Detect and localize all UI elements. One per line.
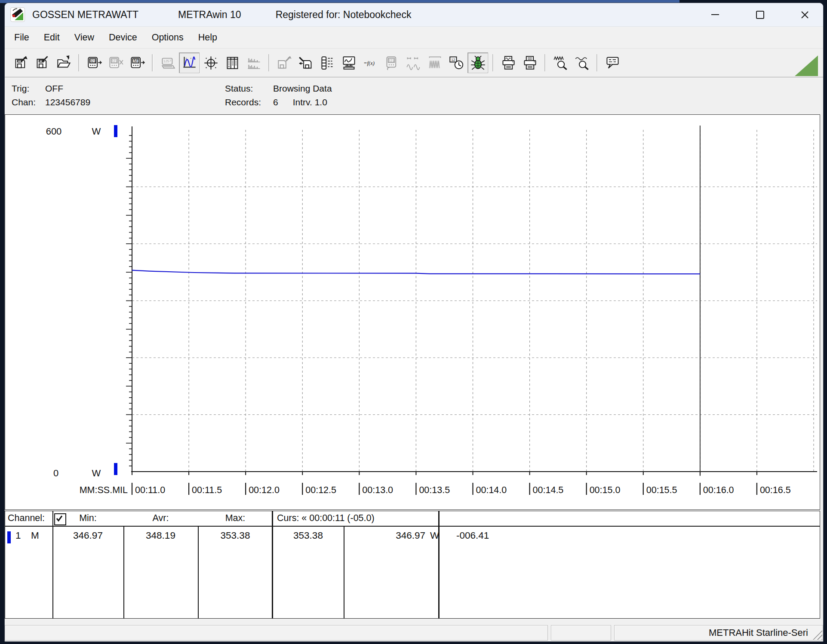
toolbar-button-histogram-view[interactable] [243,52,264,73]
avr-header: Avr: [123,513,198,524]
menu-device[interactable]: Device [101,27,144,48]
histogram-view-icon [246,55,262,71]
svg-text:00:14.5: 00:14.5 [533,485,564,495]
toolbar-button-save-config[interactable] [274,52,295,73]
toolbar-separator [492,54,494,71]
bug-icon [470,55,486,71]
channel-number: 1 [15,530,21,541]
channel-header: Channel: [8,513,45,524]
toolbar-button-open-file[interactable] [53,52,74,73]
trig-value: OFF [45,83,63,93]
toolbar-separator [78,54,80,71]
toolbar-button-zoom-curve-in[interactable] [550,52,571,73]
menu-file[interactable]: File [7,27,37,48]
toolbar-button-save-as[interactable] [32,52,52,73]
wave-record-icon [427,55,443,71]
svg-text:00:15.0: 00:15.0 [590,485,621,495]
title-bar: GOSSEN METRAWATT METRAwin 10 Registered … [5,3,823,27]
channel-table: Channel: Min: Avr: Max: Curs: « 00:00:11… [5,511,820,619]
toolbar-button-live-monitor[interactable] [338,52,359,73]
cursor-live-unit: W [430,530,439,541]
zoom-wave-in-icon [553,55,569,71]
power-chart-canvas[interactable]: 00:11.000:11.500:12.000:12.500:13.000:13… [5,115,820,509]
device-disconnect-icon: 321 [108,55,124,71]
app-logo-icon [10,7,25,22]
toolbar-button-zoom-curve-out[interactable] [572,52,592,73]
menu-bar: File Edit View Device Options Help [5,27,823,49]
minimize-button[interactable] [703,3,728,26]
svg-text:W: W [92,468,101,478]
metrawin-window: GOSSEN METRAWATT METRAwin 10 Registered … [4,3,824,642]
device-read-icon: 321 [86,55,102,71]
zoom-wave-out-icon [574,55,590,71]
toolbar-button-formula[interactable]: =f(x) [360,52,381,73]
menu-edit[interactable]: Edit [37,27,67,48]
cursor-crosshair-icon [203,55,219,71]
avr-value: 348.19 [123,530,198,541]
toolbar-button-numeric-display[interactable]: 1257 [157,52,178,73]
toolbar-button-print-preview[interactable] [498,52,519,73]
svg-text:MM:SS.MIL: MM:SS.MIL [80,485,128,495]
maximize-button[interactable] [747,3,772,26]
time-settings-icon: 12 [449,55,464,71]
toolbar-button-save-export[interactable] [10,52,31,73]
svg-text:00:16.0: 00:16.0 [703,485,734,495]
svg-text:321: 321 [89,58,96,63]
trig-label: Trig: [12,82,45,95]
svg-text:00:11.5: 00:11.5 [192,485,222,495]
toolbar-button-device-disconnect[interactable]: 321 [105,52,126,73]
maximize-icon [756,11,764,19]
toolbar-button-table-view[interactable] [222,52,243,73]
toolbar-button-device-read[interactable]: 321 [84,52,105,73]
cursor-delta-value: -006.41 [456,530,489,541]
numeric-display-icon: 1257 [160,55,176,71]
table-divider [52,511,53,618]
toolbar-separator [596,54,598,71]
save-config-icon [277,55,292,71]
toolbar-button-device-settings[interactable]: 321 [381,52,402,73]
toolbar: 321 321 M 1257 [5,49,823,77]
formula-icon: =f(x) [363,55,378,71]
svg-text:321: 321 [388,58,394,62]
menu-view[interactable]: View [67,27,101,48]
close-button[interactable] [792,3,817,26]
toolbar-button-debug-monitor[interactable] [467,52,488,73]
statusbar-message-section [5,625,548,641]
toolbar-button-time-settings[interactable]: 12 [446,52,467,73]
min-header: Min: [52,513,123,524]
channel-settings-icon [320,55,335,71]
svg-text:M: M [134,58,138,63]
wave-compare-icon [406,55,421,71]
max-header: Max: [198,513,273,524]
channel-mode: M [31,530,39,541]
title-vendor: GOSSEN METRAWATT [32,9,138,21]
chan-value: 123456789 [45,97,90,107]
toolbar-button-load-config[interactable] [295,52,316,73]
table-divider-thick [272,511,273,618]
cursor-header: Curs: « 00:00:11 (-05.0) [277,513,375,524]
resize-grip-icon[interactable] [813,630,822,640]
svg-text:W: W [92,126,101,137]
svg-text:00:14.0: 00:14.0 [476,485,507,495]
table-header-divider [5,526,820,527]
minimize-icon [711,14,719,15]
toolbar-separator [544,54,546,71]
toolbar-button-cursor-crosshair[interactable] [200,52,221,73]
svg-text:00:11.0: 00:11.0 [135,485,165,495]
toolbar-button-memory-read[interactable]: M [127,52,148,73]
min-value: 346.97 [52,530,123,541]
toolbar-button-help-hints[interactable] [602,52,623,73]
title-app-name: METRAwin 10 [178,9,241,21]
svg-text:00:13.0: 00:13.0 [362,485,393,495]
toolbar-button-wave-record[interactable] [424,52,445,73]
menu-options[interactable]: Options [144,27,191,48]
toolbar-button-channel-settings[interactable] [317,52,338,73]
svg-text:00:12.0: 00:12.0 [249,485,280,495]
toolbar-button-curve-view[interactable] [179,52,200,73]
menu-help[interactable]: Help [191,27,224,48]
toolbar-button-wave-compare[interactable] [403,52,424,73]
table-divider-thick [438,511,440,618]
channel-color-bar [7,531,11,543]
toolbar-button-print[interactable] [520,52,540,73]
curve-chart-panel[interactable]: 00:11.000:11.500:12.000:12.500:13.000:13… [5,114,820,510]
